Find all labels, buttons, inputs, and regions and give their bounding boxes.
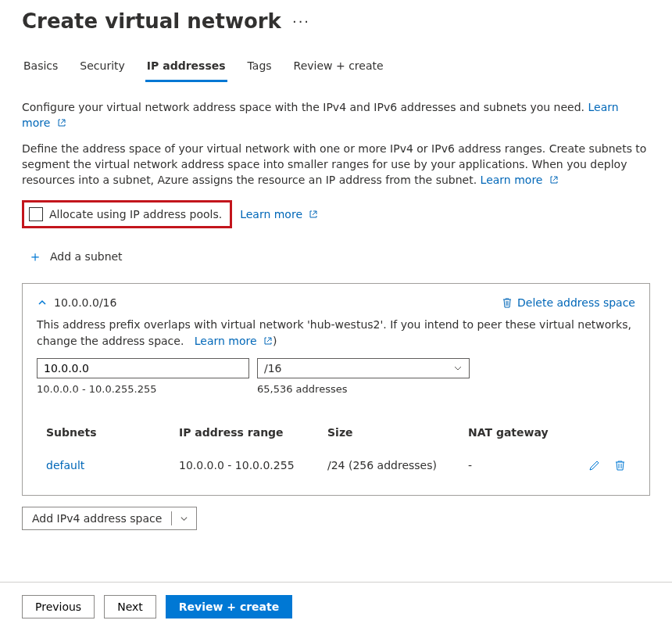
address-space-title: 10.0.0.0/16 (54, 296, 116, 309)
intro-text-span: Configure your virtual network address s… (22, 101, 584, 113)
col-header-size: Size (327, 426, 468, 439)
allocate-learn-more-link[interactable]: Learn more (240, 208, 318, 220)
address-ip-input[interactable] (37, 358, 249, 378)
subnets-table: Subnets IP address range Size NAT gatewa… (37, 418, 635, 479)
tab-tags[interactable]: Tags (246, 55, 273, 82)
delete-address-space-label: Delete address space (517, 296, 635, 309)
delete-address-space-button[interactable]: Delete address space (502, 296, 635, 309)
subnet-range: 10.0.0.0 - 10.0.0.255 (179, 459, 327, 471)
allocate-pools-highlight: Allocate using IP address pools. (22, 200, 232, 228)
tab-security[interactable]: Security (78, 55, 127, 82)
learn-more-label: Learn more (195, 335, 257, 347)
tab-basics[interactable]: Basics (22, 55, 59, 82)
trash-icon (502, 297, 513, 308)
page-title: Create virtual network (22, 9, 281, 33)
subnet-size: /24 (256 addresses) (327, 459, 468, 471)
edit-subnet-button[interactable] (588, 460, 600, 471)
add-address-space-label: Add IPv4 address space (23, 512, 171, 525)
learn-more-label: Learn more (240, 208, 302, 220)
external-link-icon (57, 118, 66, 127)
address-space-panel: 10.0.0.0/16 Delete address space This ad… (22, 283, 650, 496)
description-text: Define the address space of your virtual… (22, 141, 650, 188)
external-link-icon (549, 175, 559, 185)
learn-more-label: Learn more (481, 174, 543, 186)
address-prefix-value: /16 (264, 362, 282, 375)
table-row: default 10.0.0.0 - 10.0.0.255 /24 (256 a… (37, 446, 635, 479)
desc-learn-more-link[interactable]: Learn more (481, 174, 559, 186)
overlap-learn-more-link[interactable]: Learn more (191, 335, 273, 347)
collapse-toggle[interactable] (37, 297, 48, 308)
tab-review-create[interactable]: Review + create (292, 55, 385, 82)
add-subnet-button[interactable]: ＋ Add a subnet (28, 247, 123, 266)
subnet-nat: - (468, 459, 577, 471)
next-button[interactable]: Next (104, 595, 156, 618)
address-range-text: 10.0.0.0 - 10.0.255.255 (37, 383, 249, 395)
external-link-icon (263, 336, 273, 346)
allocate-pools-label: Allocate using IP address pools. (49, 208, 222, 220)
intro-text: Configure your virtual network address s… (22, 99, 650, 131)
col-header-range: IP address range (179, 426, 327, 439)
more-menu-button[interactable]: ··· (292, 13, 310, 30)
col-header-subnets: Subnets (46, 426, 179, 439)
chevron-down-icon (453, 364, 463, 373)
tab-bar: Basics Security IP addresses Tags Review… (22, 55, 650, 82)
col-header-nat: NAT gateway (468, 426, 577, 439)
overlap-warning: This address prefix overlaps with virtua… (37, 317, 635, 349)
review-create-button[interactable]: Review + create (166, 595, 292, 618)
chevron-down-icon (172, 514, 196, 523)
add-address-space-button[interactable]: Add IPv4 address space (22, 507, 197, 530)
external-link-icon (309, 210, 318, 219)
subnet-name-link[interactable]: default (46, 459, 179, 471)
tab-ip-addresses[interactable]: IP addresses (145, 55, 227, 82)
delete-subnet-button[interactable] (614, 460, 626, 471)
allocate-pools-checkbox[interactable] (29, 207, 43, 221)
address-prefix-select[interactable]: /16 (257, 358, 470, 378)
address-size-text: 65,536 addresses (257, 383, 470, 395)
close-paren: ) (273, 335, 277, 347)
plus-icon: ＋ (28, 247, 42, 266)
footer-bar: Previous Next Review + create (0, 582, 672, 631)
overlap-warning-text: This address prefix overlaps with virtua… (37, 318, 631, 346)
previous-button[interactable]: Previous (22, 595, 95, 618)
add-subnet-label: Add a subnet (50, 250, 123, 263)
